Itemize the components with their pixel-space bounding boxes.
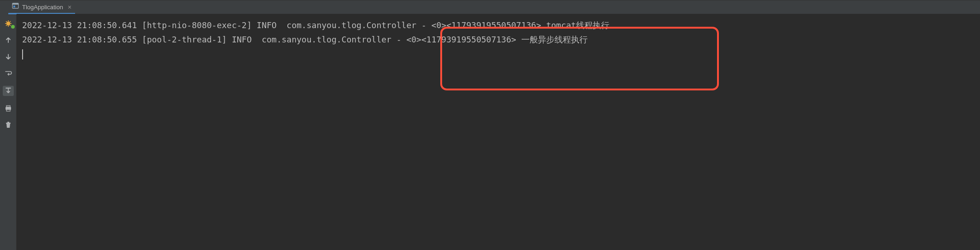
svg-rect-15	[6, 123, 11, 124]
svg-rect-16	[7, 122, 9, 123]
console-output[interactable]: 2022-12-13 21:08:50.641 [http-nio-8080-e…	[17, 14, 980, 250]
svg-line-8	[6, 21, 7, 22]
tab-bar: TlogApplication ×	[0, 0, 980, 14]
running-indicator-icon	[11, 25, 15, 29]
debug-icon[interactable]	[4, 19, 13, 28]
tab-label: TlogApplication	[22, 4, 63, 11]
close-icon[interactable]: ×	[68, 3, 71, 11]
scroll-to-end-icon[interactable]	[3, 86, 14, 96]
tab-tlog-application[interactable]: TlogApplication ×	[8, 1, 75, 14]
run-config-icon	[12, 2, 19, 12]
svg-point-3	[6, 22, 10, 25]
scroll-down-icon[interactable]	[4, 53, 13, 61]
trash-icon[interactable]	[4, 121, 13, 129]
log-line: 2022-12-13 21:08:50.641 [http-nio-8080-e…	[22, 18, 974, 33]
gutter-toolbar	[0, 14, 17, 250]
svg-line-9	[10, 25, 11, 26]
svg-line-11	[10, 21, 11, 22]
soft-wrap-icon[interactable]	[4, 69, 13, 77]
log-line: 2022-12-13 21:08:50.655 [pool-2-thread-1…	[22, 33, 974, 47]
print-icon[interactable]	[4, 104, 13, 113]
svg-rect-2	[13, 6, 15, 7]
svg-line-10	[6, 25, 7, 26]
scroll-up-icon[interactable]	[4, 36, 13, 44]
svg-rect-1	[12, 3, 18, 5]
text-cursor	[22, 49, 23, 60]
main-area: 2022-12-13 21:08:50.641 [http-nio-8080-e…	[0, 14, 980, 250]
svg-rect-12	[6, 106, 10, 107]
